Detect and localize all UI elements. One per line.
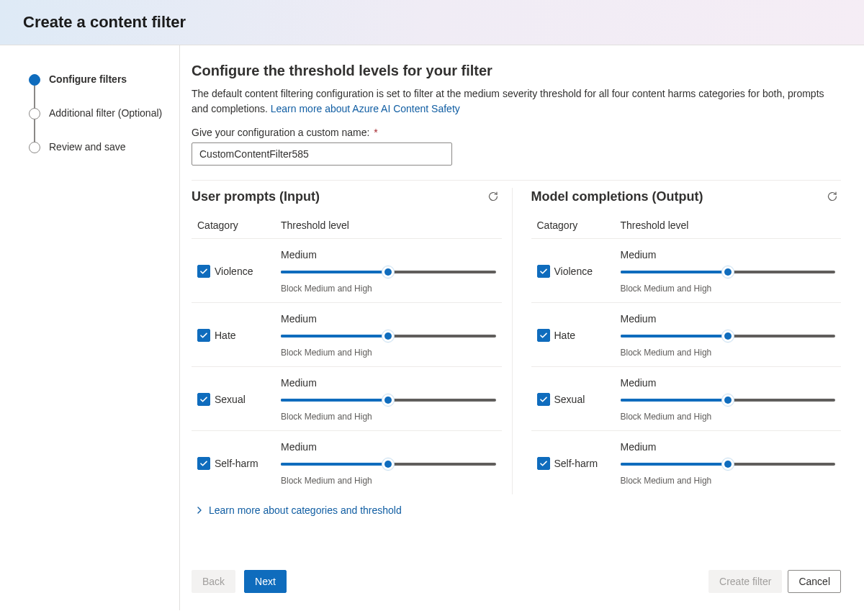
step-indicator-icon	[29, 142, 40, 153]
category-name: Sexual	[215, 394, 281, 405]
table-row: Sexual Medium Block Medium and High	[531, 367, 842, 431]
category-name: Hate	[215, 330, 281, 341]
category-checkbox[interactable]	[197, 329, 210, 342]
threshold-slider[interactable]	[281, 330, 496, 342]
level-label: Medium	[281, 377, 496, 389]
step-indicator-icon	[29, 108, 40, 119]
category-name: Self-harm	[215, 458, 281, 469]
category-name: Violence	[215, 266, 281, 277]
category-checkbox[interactable]	[197, 265, 210, 278]
table-row: Hate Medium Block Medium and High	[531, 303, 842, 367]
level-label: Medium	[281, 313, 496, 325]
step-label: Additional filter (Optional)	[49, 107, 162, 120]
table-row: Violence Medium Block Medium and High	[531, 239, 842, 303]
category-name: Hate	[554, 330, 621, 341]
name-field-label: Give your configuration a custom name: *	[192, 127, 841, 138]
threshold-slider[interactable]	[621, 458, 836, 470]
threshold-slider[interactable]	[281, 266, 496, 278]
reset-icon	[487, 191, 499, 202]
reset-output-button[interactable]	[824, 188, 841, 205]
column-model-completions: Model completions (Output) Catagory Thre…	[513, 188, 842, 494]
section-title: Configure the threshold levels for your …	[192, 63, 841, 79]
level-description: Block Medium and High	[621, 348, 836, 358]
category-name: Violence	[554, 266, 621, 277]
table-row: Violence Medium Block Medium and High	[192, 239, 502, 303]
table-row: Sexual Medium Block Medium and High	[192, 367, 502, 431]
category-checkbox[interactable]	[537, 457, 550, 470]
level-label: Medium	[621, 441, 836, 453]
required-asterisk: *	[374, 127, 377, 138]
category-header: Catagory	[197, 219, 281, 231]
configuration-name-input[interactable]	[192, 142, 452, 166]
nav-step-review-save[interactable]: Review and save	[29, 140, 168, 154]
threshold-columns: User prompts (Input) Catagory Threshold …	[192, 188, 841, 494]
page-header: Create a content filter	[0, 0, 864, 45]
level-description: Block Medium and High	[621, 412, 836, 422]
level-description: Block Medium and High	[281, 284, 496, 294]
back-button[interactable]: Back	[192, 570, 235, 593]
next-button[interactable]: Next	[244, 570, 287, 593]
column-title: User prompts (Input)	[192, 189, 320, 204]
level-description: Block Medium and High	[281, 412, 496, 422]
threshold-slider[interactable]	[621, 330, 836, 342]
threshold-slider[interactable]	[621, 394, 836, 406]
category-checkbox[interactable]	[197, 393, 210, 406]
reset-icon	[827, 191, 838, 202]
nav-step-additional-filter[interactable]: Additional filter (Optional)	[29, 107, 168, 120]
wizard-nav: Configure filters Additional filter (Opt…	[0, 45, 180, 610]
category-name: Self-harm	[554, 458, 621, 469]
section-description: The default content filtering configurat…	[192, 86, 841, 117]
table-row: Self-harm Medium Block Medium and High	[192, 431, 502, 494]
column-title: Model completions (Output)	[531, 189, 703, 204]
learn-more-link[interactable]: Learn more about Azure AI Content Safety	[271, 103, 460, 114]
level-label: Medium	[621, 313, 836, 325]
category-checkbox[interactable]	[537, 329, 550, 342]
table-row: Self-harm Medium Block Medium and High	[531, 431, 842, 494]
chevron-right-icon	[196, 507, 203, 514]
nav-step-configure-filters[interactable]: Configure filters	[29, 73, 168, 86]
level-header: Threshold level	[281, 219, 496, 231]
create-filter-button[interactable]: Create filter	[708, 570, 782, 593]
category-checkbox[interactable]	[537, 393, 550, 406]
step-label: Review and save	[49, 140, 126, 154]
level-label: Medium	[281, 441, 496, 453]
wizard-footer: Back Next Create filter Cancel	[192, 550, 841, 593]
cancel-button[interactable]: Cancel	[788, 570, 841, 593]
category-name: Sexual	[554, 394, 621, 405]
level-label: Medium	[621, 377, 836, 389]
column-user-prompts: User prompts (Input) Catagory Threshold …	[192, 188, 513, 494]
level-description: Block Medium and High	[621, 476, 836, 486]
reset-input-button[interactable]	[485, 188, 502, 205]
step-indicator-icon	[29, 74, 40, 86]
table-header: Catagory Threshold level	[531, 214, 842, 239]
threshold-slider[interactable]	[281, 458, 496, 470]
threshold-slider[interactable]	[281, 394, 496, 406]
table-row: Hate Medium Block Medium and High	[192, 303, 502, 367]
page-title: Create a content filter	[23, 13, 841, 32]
level-label: Medium	[621, 249, 836, 261]
level-header: Threshold level	[621, 219, 836, 231]
threshold-slider[interactable]	[621, 266, 836, 278]
level-description: Block Medium and High	[621, 284, 836, 294]
step-label: Configure filters	[49, 73, 127, 86]
table-header: Catagory Threshold level	[192, 214, 502, 239]
main-panel: Configure the threshold levels for your …	[180, 45, 864, 610]
category-checkbox[interactable]	[197, 457, 210, 470]
level-description: Block Medium and High	[281, 476, 496, 486]
category-header: Catagory	[537, 219, 621, 231]
level-label: Medium	[281, 249, 496, 261]
learn-more-categories-link[interactable]: Learn more about categories and threshol…	[192, 504, 841, 516]
category-checkbox[interactable]	[537, 265, 550, 278]
level-description: Block Medium and High	[281, 348, 496, 358]
